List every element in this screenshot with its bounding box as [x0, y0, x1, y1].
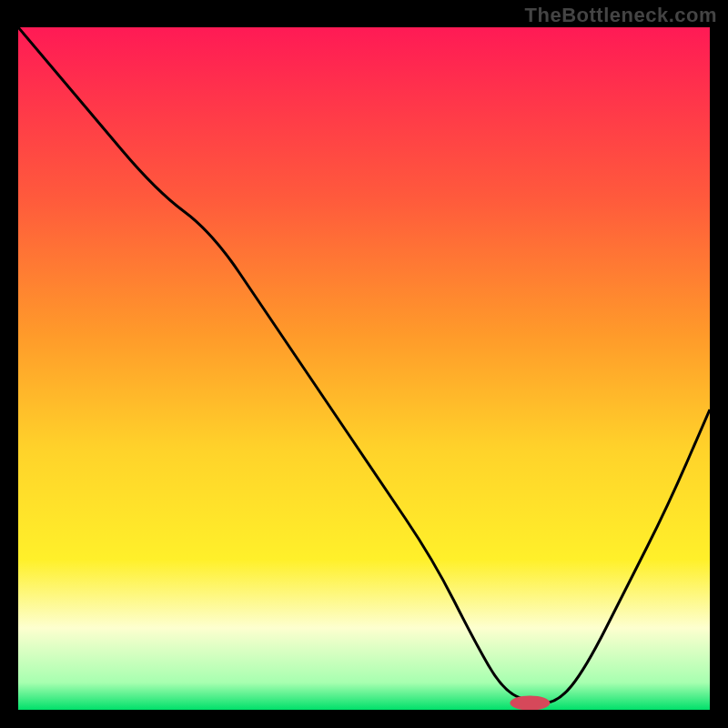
chart-container: TheBottleneck.com [0, 0, 728, 728]
optimal-marker [510, 696, 550, 711]
chart-svg [18, 27, 710, 710]
gradient-background [18, 27, 710, 710]
plot-area [18, 27, 710, 710]
watermark-text: TheBottleneck.com [525, 4, 717, 27]
